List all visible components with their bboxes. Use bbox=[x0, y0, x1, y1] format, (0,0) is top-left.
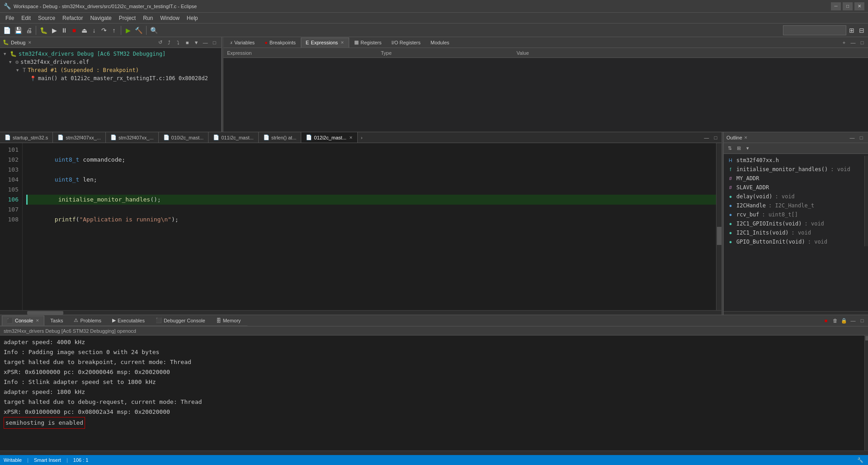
menu-file[interactable]: File bbox=[2, 14, 18, 22]
more-tabs-btn[interactable]: › bbox=[358, 133, 366, 143]
close-button[interactable]: ✕ bbox=[854, 2, 864, 10]
menu-project[interactable]: Project bbox=[115, 14, 139, 22]
console-scrollbar[interactable] bbox=[864, 336, 868, 451]
console-max-btn[interactable]: □ bbox=[858, 316, 866, 325]
resume-button[interactable]: ▶ bbox=[50, 25, 59, 36]
outline-min-btn[interactable]: — bbox=[848, 134, 856, 142]
maximize-button[interactable]: □ bbox=[843, 2, 853, 10]
step-over-button[interactable]: ↷ bbox=[100, 25, 109, 36]
console-min-btn[interactable]: — bbox=[849, 316, 857, 325]
console-body[interactable]: adapter speed: 4000 kHz Info : Padding i… bbox=[0, 336, 864, 451]
debug-menu-btn[interactable]: ▼ bbox=[192, 38, 200, 47]
editor-max-btn[interactable]: □ bbox=[711, 134, 720, 142]
editor-scroll-thumb[interactable] bbox=[717, 227, 721, 245]
editor-hscroll-thumb[interactable] bbox=[27, 311, 63, 315]
run-button[interactable]: ▶ bbox=[123, 25, 133, 36]
outline-filter-btn[interactable]: ▾ bbox=[744, 144, 752, 153]
tab-010i2c[interactable]: 📄 010i2c_mast... bbox=[159, 132, 209, 143]
tab-012i2c[interactable]: 📄 012i2c_mast... ✕ bbox=[301, 132, 358, 143]
step-return-button[interactable]: ↑ bbox=[109, 25, 119, 36]
012-tab-close[interactable]: ✕ bbox=[349, 135, 353, 140]
outline-my-addr[interactable]: # MY_ADDR bbox=[724, 174, 864, 183]
menu-navigate[interactable]: Navigate bbox=[86, 14, 115, 22]
debug-refresh-btn[interactable]: ↺ bbox=[156, 38, 164, 47]
tab-tasks[interactable]: Tasks bbox=[45, 316, 68, 326]
menu-edit[interactable]: Edit bbox=[18, 14, 34, 22]
outline-hscrollbar[interactable] bbox=[724, 311, 868, 315]
editor-scrollbar[interactable] bbox=[716, 143, 721, 310]
perspectives-button[interactable]: ⊞ bbox=[847, 25, 856, 36]
menu-source[interactable]: Source bbox=[34, 14, 59, 22]
disconnect-button[interactable]: ⏏ bbox=[80, 25, 89, 36]
debug-disconnect-btn[interactable]: ⤵ bbox=[174, 38, 182, 47]
outline-rcvbuf[interactable]: ● rcv_buf : uint8_t[] bbox=[724, 210, 864, 219]
tree-thread[interactable]: ▼ T Thread #1 (Suspended : Breakpoint) bbox=[0, 66, 221, 74]
expressions-tab-close[interactable]: ✕ bbox=[341, 40, 344, 45]
tab-startup[interactable]: 📄 startup_stm32.s bbox=[0, 132, 53, 143]
tree-root[interactable]: ▼ 🐛 stm32f4xx_drivers Debug [Ac6 STM32 D… bbox=[0, 50, 221, 58]
expr-add-btn[interactable]: + bbox=[840, 38, 848, 47]
new-button[interactable]: 📄 bbox=[2, 25, 12, 36]
outline-stm32h[interactable]: H stm32f407xx.h bbox=[724, 156, 864, 165]
console-scroll-thumb[interactable] bbox=[865, 336, 868, 340]
debug-tab-close[interactable]: ✕ bbox=[28, 40, 32, 45]
expr-min-btn[interactable]: □ bbox=[858, 38, 866, 47]
tab-memory[interactable]: 🗄 Memory bbox=[211, 316, 246, 326]
tab-expressions[interactable]: E Expressions ✕ bbox=[301, 38, 349, 48]
tab-stm32f407-2[interactable]: 📄 stm32f407xx_... bbox=[106, 132, 159, 143]
expr-remove-btn[interactable]: — bbox=[849, 38, 857, 47]
tree-frame[interactable]: 📍 main() at 012i2c_master_rx_testingIT.c… bbox=[0, 74, 221, 82]
tab-stm32f407-1[interactable]: 📄 stm32f407xx_... bbox=[53, 132, 106, 143]
search-button[interactable]: 🔍 bbox=[149, 25, 159, 36]
debug-min-btn[interactable]: — bbox=[201, 38, 209, 47]
outline-delay[interactable]: ● delay(void) : void bbox=[724, 192, 864, 201]
tab-breakpoints[interactable]: ● Breakpoints bbox=[260, 38, 301, 48]
step-into-button[interactable]: ↓ bbox=[90, 25, 99, 36]
menu-refactor[interactable]: Refactor bbox=[59, 14, 86, 22]
outline-sort-btn[interactable]: ⇅ bbox=[726, 144, 734, 153]
debug-button[interactable]: 🐛 bbox=[38, 25, 49, 36]
debug-max-btn[interactable]: □ bbox=[210, 38, 218, 47]
tab-registers[interactable]: ▦ Registers bbox=[349, 38, 386, 48]
console-clear-btn[interactable]: 🗑 bbox=[831, 316, 839, 325]
outline-scrollbar[interactable] bbox=[864, 156, 868, 246]
outline-i2c1inits[interactable]: ● I2C1_Inits(void) : void bbox=[724, 228, 864, 237]
menu-window[interactable]: Window bbox=[157, 14, 183, 22]
tab-console[interactable]: ⬛ Console ✕ bbox=[2, 316, 44, 326]
layout-button[interactable]: ⊟ bbox=[857, 25, 866, 36]
code-body[interactable]: uint8_t commandcode; uint8_t len; initia… bbox=[23, 143, 721, 310]
tab-debugger-console[interactable]: ⬛ Debugger Console bbox=[151, 316, 210, 326]
outline-slave-addr[interactable]: # SLAVE_ADDR bbox=[724, 183, 864, 192]
outline-init-monitor[interactable]: f initialise_monitor_handles() : void bbox=[724, 165, 864, 174]
console-tab-close[interactable]: ✕ bbox=[36, 318, 39, 323]
print-button[interactable]: 🖨 bbox=[24, 25, 33, 36]
debug-connect-btn[interactable]: ⤴ bbox=[165, 38, 173, 47]
tab-strlen[interactable]: 📄 strlen() at... bbox=[259, 132, 302, 143]
outline-tab-close[interactable]: ✕ bbox=[744, 135, 748, 140]
menu-help[interactable]: Help bbox=[183, 14, 202, 22]
tab-problems[interactable]: ⚠ Problems bbox=[69, 316, 106, 326]
debug-terminate-btn[interactable]: ■ bbox=[183, 38, 191, 47]
suspend-button[interactable]: ⏸ bbox=[60, 25, 69, 36]
outline-max-btn[interactable]: □ bbox=[857, 134, 865, 142]
console-scrolllock-btn[interactable]: 🔒 bbox=[840, 316, 848, 325]
menu-run[interactable]: Run bbox=[139, 14, 157, 22]
editor-min-btn[interactable]: — bbox=[702, 134, 711, 142]
tab-variables[interactable]: 𝑥 Variables bbox=[225, 38, 260, 48]
stop-button[interactable]: ■ bbox=[70, 25, 79, 36]
editor-hscrollbar[interactable] bbox=[0, 310, 721, 315]
outline-i2c1gpio[interactable]: ● I2C1_GPIOInits(void) : void bbox=[724, 219, 864, 228]
outline-hide-btn[interactable]: ⊞ bbox=[735, 144, 743, 153]
status-icon-btn[interactable]: 🔧 bbox=[856, 456, 864, 464]
save-button[interactable]: 💾 bbox=[13, 25, 24, 36]
tree-elf[interactable]: ▼ ⚙ stm32f4xx_drivers.elf bbox=[0, 58, 221, 66]
tab-011i2c[interactable]: 📄 011i2c_mast... bbox=[209, 132, 259, 143]
outline-i2chandle[interactable]: ● I2CHandle : I2C_Handle_t bbox=[724, 201, 864, 210]
console-hscrollbar[interactable] bbox=[0, 451, 868, 455]
tab-io-registers[interactable]: I/O Registers bbox=[387, 38, 426, 48]
tab-executables[interactable]: ▶ Executables bbox=[107, 316, 150, 326]
minimize-button[interactable]: ─ bbox=[831, 2, 841, 10]
console-stop-btn[interactable]: ■ bbox=[822, 316, 830, 325]
outline-gpio-btn[interactable]: ● GPIO_ButtonInit(void) : void bbox=[724, 237, 864, 246]
ext-tool-button[interactable]: 🔨 bbox=[133, 25, 144, 36]
